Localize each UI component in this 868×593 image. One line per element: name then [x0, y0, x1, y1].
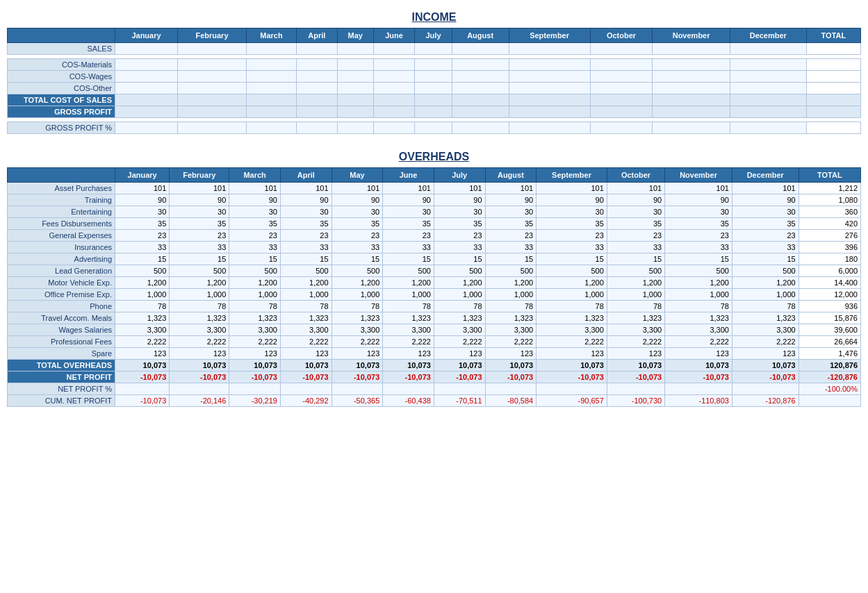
data-cell[interactable]	[806, 122, 860, 134]
data-cell[interactable]: 35	[434, 218, 485, 230]
data-cell[interactable]	[730, 94, 806, 106]
data-cell[interactable]	[653, 43, 730, 55]
data-cell[interactable]: 3,300	[280, 324, 331, 336]
data-cell[interactable]	[246, 94, 296, 106]
data-cell[interactable]: 90	[607, 194, 664, 206]
data-cell[interactable]: 123	[115, 348, 170, 360]
data-cell[interactable]	[115, 83, 178, 94]
data-cell[interactable]	[415, 83, 452, 94]
data-cell[interactable]: 23	[331, 230, 383, 242]
data-cell[interactable]: 123	[170, 348, 229, 360]
data-cell[interactable]: 1,323	[331, 312, 383, 324]
data-cell[interactable]: 35	[537, 218, 607, 230]
data-cell[interactable]: -100.00%	[799, 383, 860, 395]
data-cell[interactable]: 101	[607, 183, 664, 194]
data-cell[interactable]	[806, 106, 860, 118]
data-cell[interactable]: 3,300	[607, 324, 664, 336]
data-cell[interactable]	[452, 71, 509, 83]
data-cell[interactable]	[806, 94, 860, 106]
data-cell[interactable]: 123	[280, 348, 331, 360]
data-cell[interactable]: 23	[485, 230, 537, 242]
data-cell[interactable]: 1,212	[799, 183, 860, 194]
data-cell[interactable]: 15	[732, 253, 799, 265]
data-cell[interactable]: 30	[732, 206, 799, 218]
data-cell[interactable]: 123	[383, 348, 434, 360]
data-cell[interactable]: 2,222	[732, 336, 799, 348]
data-cell[interactable]: 1,323	[383, 312, 434, 324]
data-cell[interactable]: 123	[665, 348, 732, 360]
data-cell[interactable]: 1,200	[607, 277, 664, 289]
data-cell[interactable]: 1,323	[434, 312, 485, 324]
data-cell[interactable]: 12,000	[799, 289, 860, 301]
data-cell[interactable]: 1,000	[607, 289, 664, 301]
data-cell[interactable]: 15	[229, 253, 281, 265]
data-cell[interactable]: 30	[607, 206, 664, 218]
data-cell[interactable]: 2,222	[170, 336, 229, 348]
data-cell[interactable]	[509, 106, 590, 118]
data-cell[interactable]: -80,584	[485, 395, 537, 407]
data-cell[interactable]	[178, 43, 247, 55]
data-cell[interactable]: 2,222	[485, 336, 537, 348]
data-cell[interactable]: 500	[485, 265, 537, 277]
data-cell[interactable]	[653, 122, 730, 134]
data-cell[interactable]: -60,438	[383, 395, 434, 407]
data-cell[interactable]	[415, 94, 452, 106]
data-cell[interactable]	[373, 122, 415, 134]
data-cell[interactable]: -10,073	[115, 371, 170, 383]
data-cell[interactable]: 23	[229, 230, 281, 242]
data-cell[interactable]: 1,200	[280, 277, 331, 289]
data-cell[interactable]: 23	[607, 230, 664, 242]
data-cell[interactable]: 1,323	[229, 312, 281, 324]
data-cell[interactable]: 123	[331, 348, 383, 360]
data-cell[interactable]: 15	[331, 253, 383, 265]
data-cell[interactable]: 123	[434, 348, 485, 360]
data-cell[interactable]	[730, 122, 806, 134]
data-cell[interactable]: 6,000	[799, 265, 860, 277]
data-cell[interactable]	[415, 71, 452, 83]
data-cell[interactable]	[246, 83, 296, 94]
data-cell[interactable]: 101	[537, 183, 607, 194]
data-cell[interactable]: 23	[115, 230, 170, 242]
data-cell[interactable]: -10,073	[537, 371, 607, 383]
data-cell[interactable]: 1,323	[170, 312, 229, 324]
data-cell[interactable]: 10,073	[485, 360, 537, 371]
data-cell[interactable]: 15	[485, 253, 537, 265]
data-cell[interactable]	[115, 106, 178, 118]
data-cell[interactable]: 101	[115, 183, 170, 194]
data-cell[interactable]	[373, 71, 415, 83]
data-cell[interactable]: 35	[229, 218, 281, 230]
data-cell[interactable]: 500	[170, 265, 229, 277]
data-cell[interactable]: 500	[280, 265, 331, 277]
data-cell[interactable]: 15	[383, 253, 434, 265]
data-cell[interactable]	[730, 43, 806, 55]
data-cell[interactable]: 30	[115, 206, 170, 218]
data-cell[interactable]	[607, 383, 664, 395]
data-cell[interactable]: 1,323	[665, 312, 732, 324]
data-cell[interactable]: 90	[331, 194, 383, 206]
data-cell[interactable]: -40,292	[280, 395, 331, 407]
data-cell[interactable]: 3,300	[732, 324, 799, 336]
data-cell[interactable]: -10,073	[665, 371, 732, 383]
data-cell[interactable]: 1,200	[115, 277, 170, 289]
data-cell[interactable]: 33	[665, 242, 732, 253]
data-cell[interactable]	[590, 94, 653, 106]
data-cell[interactable]: 1,476	[799, 348, 860, 360]
data-cell[interactable]	[653, 71, 730, 83]
data-cell[interactable]: -120,876	[799, 371, 860, 383]
data-cell[interactable]	[415, 106, 452, 118]
data-cell[interactable]	[383, 383, 434, 395]
data-cell[interactable]	[246, 106, 296, 118]
data-cell[interactable]: 420	[799, 218, 860, 230]
data-cell[interactable]: 35	[732, 218, 799, 230]
data-cell[interactable]	[115, 94, 178, 106]
data-cell[interactable]	[590, 43, 653, 55]
data-cell[interactable]: 1,323	[280, 312, 331, 324]
data-cell[interactable]: -70,511	[434, 395, 485, 407]
data-cell[interactable]: 1,200	[229, 277, 281, 289]
data-cell[interactable]: 23	[170, 230, 229, 242]
data-cell[interactable]	[246, 71, 296, 83]
data-cell[interactable]: 1,200	[732, 277, 799, 289]
data-cell[interactable]: 1,200	[383, 277, 434, 289]
data-cell[interactable]	[665, 383, 732, 395]
data-cell[interactable]	[337, 59, 373, 71]
